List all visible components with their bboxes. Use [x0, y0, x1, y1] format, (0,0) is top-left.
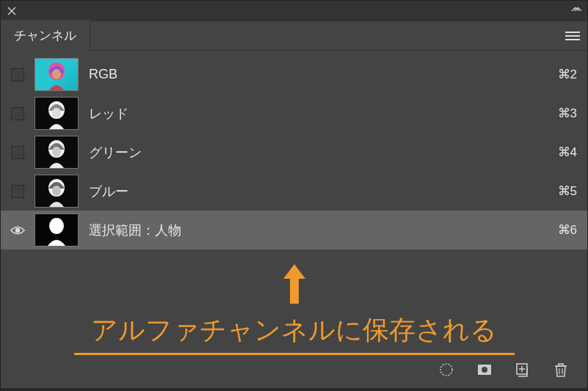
visibility-box — [11, 185, 24, 198]
channel-row-green[interactable]: グリーン ⌘4 — [1, 133, 587, 172]
svg-point-11 — [15, 227, 20, 232]
visibility-toggle[interactable] — [8, 185, 27, 198]
panel-titlebar — [1, 1, 587, 21]
visibility-toggle[interactable] — [8, 146, 27, 159]
channel-thumbnail — [35, 97, 79, 130]
channel-thumbnail — [35, 58, 79, 91]
channel-name: RGB — [86, 67, 551, 82]
panel-menu-icon[interactable] — [565, 30, 580, 42]
panel-tabbar: チャンネル — [1, 21, 587, 51]
visibility-toggle[interactable] — [8, 224, 27, 236]
svg-point-10 — [52, 186, 61, 196]
channel-shortcut: ⌘5 — [558, 183, 577, 199]
svg-rect-20 — [559, 364, 563, 366]
channels-panel: チャンネル RGB ⌘2 レッド ⌘3 グリーン — [0, 0, 588, 391]
visibility-toggle[interactable] — [8, 68, 27, 81]
channel-thumbnail — [35, 136, 79, 169]
svg-point-12 — [49, 218, 64, 234]
visibility-box — [11, 146, 24, 159]
svg-point-15 — [482, 367, 487, 373]
svg-point-13 — [440, 364, 452, 376]
visibility-box — [11, 107, 24, 120]
load-selection-icon[interactable] — [438, 361, 455, 379]
channel-name: グリーン — [86, 144, 551, 161]
visibility-toggle[interactable] — [8, 107, 27, 120]
tab-channels[interactable]: チャンネル — [1, 20, 90, 51]
channel-row-alpha[interactable]: 選択範囲：人物 ⌘6 — [1, 211, 587, 249]
channel-shortcut: ⌘4 — [558, 145, 577, 160]
new-channel-icon[interactable] — [514, 361, 531, 379]
channel-thumbnail — [35, 175, 79, 208]
annotation-text: アルファチャンネルに保存される — [91, 308, 497, 350]
collapse-icon[interactable] — [567, 4, 581, 18]
panel-footer — [438, 352, 580, 387]
eye-icon — [10, 224, 26, 236]
channel-shortcut: ⌘2 — [558, 67, 577, 82]
svg-point-4 — [52, 69, 61, 79]
channel-shortcut: ⌘6 — [558, 222, 577, 238]
save-selection-icon[interactable] — [476, 361, 493, 379]
resize-handle[interactable] — [1, 388, 587, 390]
arrow-up-icon — [282, 263, 307, 308]
trash-icon[interactable] — [552, 361, 570, 379]
channel-list: RGB ⌘2 レッド ⌘3 グリーン ⌘4 ブルー ⌘5 — [1, 51, 587, 249]
channel-name: 選択範囲：人物 — [86, 222, 551, 239]
svg-point-6 — [52, 108, 61, 118]
channel-thumbnail — [35, 213, 79, 246]
channel-row-rgb[interactable]: RGB ⌘2 — [1, 55, 587, 94]
svg-point-8 — [52, 147, 61, 157]
channel-name: レッド — [86, 105, 551, 123]
channel-name: ブルー — [86, 183, 551, 200]
channel-row-red[interactable]: レッド ⌘3 — [1, 94, 587, 133]
channel-shortcut: ⌘3 — [558, 106, 577, 121]
annotation: アルファチャンネルに保存される — [1, 263, 587, 355]
visibility-box — [11, 68, 24, 81]
channel-row-blue[interactable]: ブルー ⌘5 — [1, 172, 587, 211]
close-icon[interactable] — [7, 6, 17, 16]
